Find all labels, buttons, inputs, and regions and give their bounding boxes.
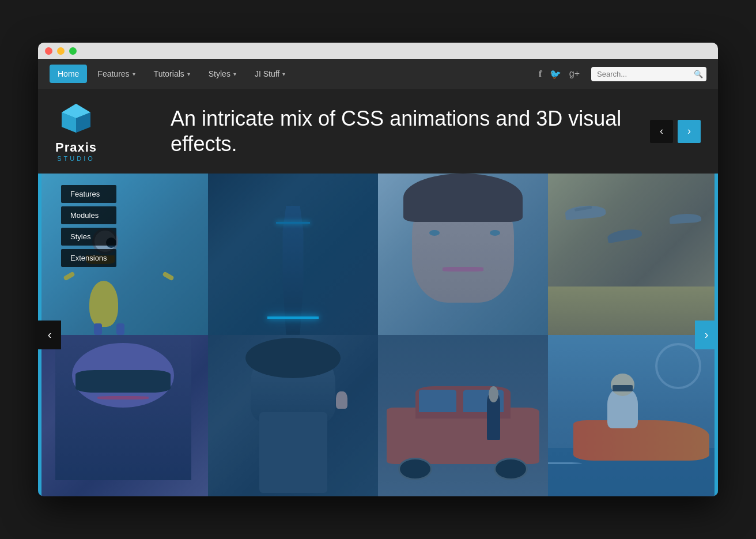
search-button[interactable]: 🔍 bbox=[694, 70, 703, 78]
hero-prev-button[interactable]: ‹ bbox=[650, 120, 673, 143]
logo-subtitle: STUDIO bbox=[57, 155, 95, 162]
gallery-grid bbox=[38, 174, 718, 496]
minimize-button[interactable] bbox=[57, 47, 65, 55]
facebook-icon[interactable]: 𝐟 bbox=[539, 69, 542, 79]
nav-item-tutorials[interactable]: Tutorials ▾ bbox=[146, 65, 198, 83]
googleplus-icon[interactable]: g+ bbox=[569, 69, 580, 79]
close-button[interactable] bbox=[45, 47, 52, 55]
sidebar-item-styles[interactable]: Styles bbox=[61, 228, 116, 246]
tron-art bbox=[208, 174, 378, 335]
nav-item-styles[interactable]: Styles ▾ bbox=[201, 65, 244, 83]
nav-home-label: Home bbox=[58, 69, 79, 78]
logo-icon bbox=[59, 101, 93, 135]
fashion-art bbox=[208, 335, 378, 496]
kickass-art bbox=[38, 335, 208, 496]
hero-section: Praxis STUDIO An intricate mix of CSS an… bbox=[38, 89, 718, 173]
maximize-button[interactable] bbox=[69, 47, 77, 55]
titlebar bbox=[38, 43, 718, 59]
logo-area: Praxis STUDIO bbox=[55, 101, 97, 162]
nav-item-home[interactable]: Home bbox=[50, 65, 87, 83]
hero-next-button[interactable]: › bbox=[678, 120, 701, 143]
gallery-cell-kickass[interactable] bbox=[38, 335, 208, 496]
browser-window: Home Features ▾ Tutorials ▾ Styles ▾ JI … bbox=[38, 43, 718, 496]
search-input[interactable] bbox=[597, 70, 694, 78]
gallery-cell-tron[interactable] bbox=[208, 174, 378, 335]
gallery-cell-woman[interactable] bbox=[378, 174, 548, 335]
search-box: 🔍 bbox=[591, 67, 706, 81]
gallery-prev-button[interactable]: ‹ bbox=[38, 321, 61, 349]
chevron-down-icon: ▾ bbox=[133, 71, 135, 77]
planes-art bbox=[548, 174, 718, 335]
hero-headline: An intricate mix of CSS animations and 3… bbox=[171, 106, 650, 156]
nav-styles-label: Styles bbox=[209, 69, 230, 78]
prev-arrow-icon: ‹ bbox=[660, 125, 663, 137]
gallery-section: Features Modules Styles Extensions ‹ › bbox=[38, 174, 718, 496]
social-icons: 𝐟 🐦 g+ bbox=[539, 69, 580, 80]
sidebar-item-features[interactable]: Features bbox=[61, 185, 116, 203]
nav-tutorials-label: Tutorials bbox=[154, 69, 184, 78]
car-art bbox=[378, 335, 548, 496]
next-arrow-icon: › bbox=[687, 125, 691, 137]
sidebar-labels: Features Modules Styles Extensions bbox=[61, 185, 116, 267]
sidebar-item-modules[interactable]: Modules bbox=[61, 206, 116, 224]
logo-title: Praxis bbox=[55, 140, 97, 155]
chevron-down-icon: ▾ bbox=[187, 71, 190, 77]
chevron-down-icon: ▾ bbox=[233, 71, 236, 77]
gallery-cell-planes[interactable] bbox=[548, 174, 718, 335]
nav-jlstuff-label: JI Stuff bbox=[255, 69, 279, 78]
nav-item-jlstuff[interactable]: JI Stuff ▾ bbox=[247, 65, 293, 83]
gallery-cell-jetski[interactable] bbox=[548, 335, 718, 496]
sidebar-item-extensions[interactable]: Extensions bbox=[61, 249, 116, 267]
gallery-next-button[interactable]: › bbox=[695, 321, 718, 349]
woman-art bbox=[378, 174, 548, 335]
chevron-down-icon: ▾ bbox=[282, 71, 285, 77]
twitter-icon[interactable]: 🐦 bbox=[550, 69, 561, 80]
gallery-cell-car[interactable] bbox=[378, 335, 548, 496]
navbar: Home Features ▾ Tutorials ▾ Styles ▾ JI … bbox=[38, 59, 718, 89]
gallery-cell-fashion[interactable] bbox=[208, 335, 378, 496]
nav-features-label: Features bbox=[97, 69, 129, 78]
nav-item-features[interactable]: Features ▾ bbox=[89, 65, 143, 83]
jetski-art bbox=[548, 335, 718, 496]
hero-navigation: ‹ › bbox=[650, 120, 701, 143]
